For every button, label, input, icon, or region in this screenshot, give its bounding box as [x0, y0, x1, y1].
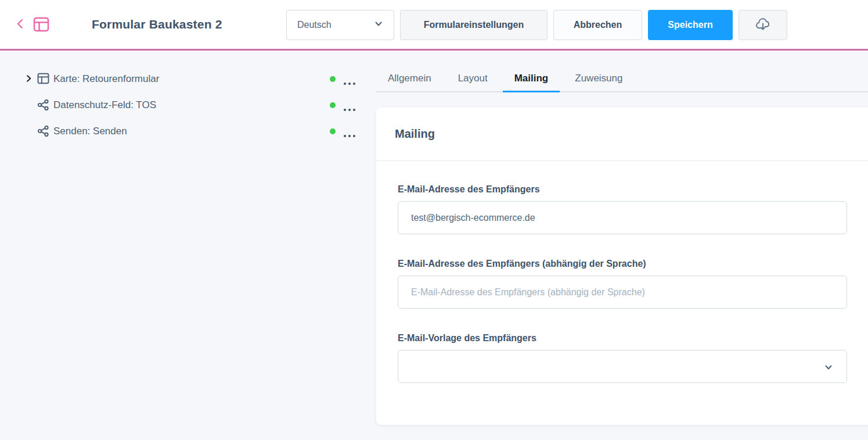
field-label: E-Mail-Vorlage des Empfängers — [398, 333, 866, 344]
language-select-value: Deutsch — [297, 20, 332, 30]
main-area: Karte: Retourenformular Datenschutz-Feld… — [0, 52, 868, 440]
tab-zuweisung[interactable]: Zuweisung — [563, 66, 634, 92]
cancel-button[interactable]: Abbrechen — [553, 10, 642, 40]
cloud-download-icon — [754, 16, 772, 34]
status-dot-green — [330, 102, 336, 108]
header-actions: Deutsch Formulareinstellungen Abbrechen … — [286, 10, 787, 40]
chevron-down-icon — [374, 19, 383, 31]
save-button[interactable]: Speichern — [648, 10, 733, 40]
context-menu-button[interactable] — [343, 130, 356, 140]
page-title: Formular Baukasten 2 — [92, 0, 222, 49]
card-header: Mailing — [376, 108, 868, 161]
form-settings-button[interactable]: Formulareinstellungen — [400, 10, 548, 40]
field-recipient-email-template: E-Mail-Vorlage des Empfängers — [398, 333, 866, 383]
chevron-down-icon — [823, 363, 834, 374]
field-label: E-Mail-Adresse des Empfängers (abhängig … — [398, 259, 866, 269]
share-nodes-icon — [37, 125, 49, 139]
tabbar: Allgemein Layout Mailing Zuweisung — [376, 66, 868, 92]
share-nodes-icon — [37, 99, 49, 113]
tree-item-label: Senden: Senden — [53, 123, 127, 140]
download-button[interactable] — [739, 10, 787, 40]
card-title: Mailing — [395, 127, 435, 141]
field-label: E-Mail-Adresse des Empfängers — [398, 184, 866, 195]
context-menu-button[interactable] — [343, 103, 356, 114]
email-template-select[interactable] — [398, 350, 847, 383]
tree-item-karte-retourenformular[interactable]: Karte: Retourenformular — [0, 70, 372, 88]
tab-allgemein[interactable]: Allgemein — [376, 66, 443, 92]
tab-mailing[interactable]: Mailing — [503, 66, 560, 92]
field-recipient-email-language: E-Mail-Adresse des Empfängers (abhängig … — [398, 259, 866, 309]
expand-chevron-icon[interactable] — [24, 74, 33, 85]
language-select[interactable]: Deutsch — [286, 10, 394, 40]
field-recipient-email: E-Mail-Adresse des Empfängers — [398, 184, 866, 234]
context-menu-button[interactable] — [343, 77, 356, 88]
recipient-email-input[interactable] — [398, 201, 847, 234]
form-builder-icon — [33, 17, 49, 34]
status-dot-green — [330, 128, 336, 134]
header: Formular Baukasten 2 Deutsch Formularein… — [0, 0, 868, 51]
card-body: E-Mail-Adresse des Empfängers E-Mail-Adr… — [376, 161, 868, 383]
tab-layout[interactable]: Layout — [446, 66, 499, 92]
mailing-card: Mailing E-Mail-Adresse des Empfängers E-… — [376, 108, 868, 425]
recipient-email-language-input[interactable] — [398, 276, 847, 309]
tree-item-label: Datenschutz-Feld: TOS — [53, 96, 156, 114]
tree-item-senden-senden[interactable]: Senden: Senden — [0, 123, 372, 140]
status-dot-green — [330, 76, 336, 82]
chevron-left-icon — [15, 17, 26, 33]
card-layout-icon — [37, 73, 49, 87]
back-button[interactable] — [13, 17, 28, 33]
tree-item-datenschutz-feld-tos[interactable]: Datenschutz-Feld: TOS — [0, 96, 372, 114]
tree-item-label: Karte: Retourenformular — [53, 70, 159, 88]
